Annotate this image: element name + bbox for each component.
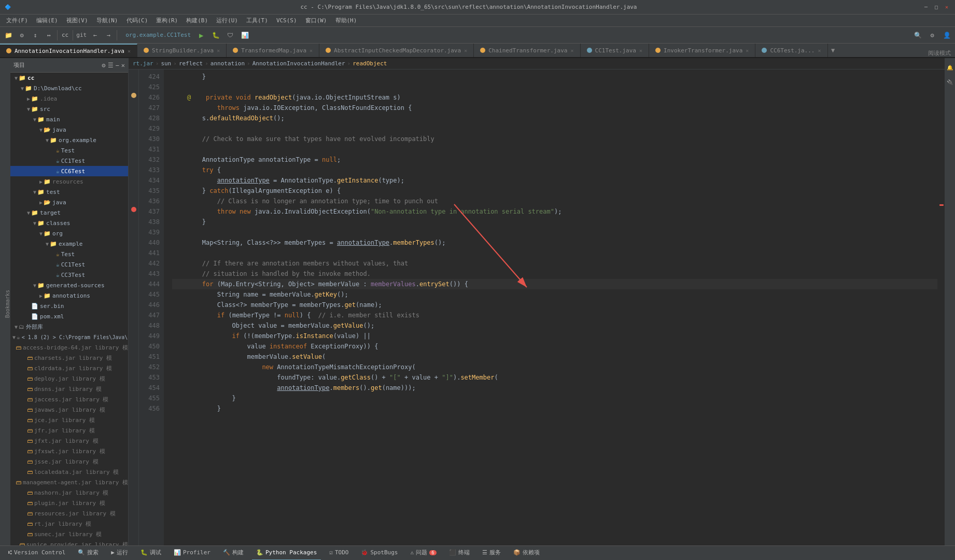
tab-chained[interactable]: ChainedTransformer.java ✕: [474, 44, 580, 57]
breadcrumb-annotation[interactable]: annotation: [210, 60, 245, 67]
forward-btn[interactable]: →: [102, 29, 115, 41]
sync-btn[interactable]: ↕: [29, 29, 41, 41]
coverage-button[interactable]: 🛡: [224, 29, 236, 41]
tab-close-btn[interactable]: ✕: [746, 48, 749, 53]
menu-item-file[interactable]: 文件(F): [2, 15, 32, 26]
bottom-tab-build[interactable]: 🔨 构建: [219, 546, 248, 561]
tree-item-jar-sunjce[interactable]: 🗃sunjce_provider.jar library 模: [10, 539, 128, 545]
tree-item-cc6test[interactable]: ▶ ☕ CC6Test: [10, 166, 128, 176]
bottom-tab-profiler[interactable]: 📊 Profiler: [170, 546, 215, 561]
code-area[interactable]: } @ private void readObject(java.io.Obje…: [164, 69, 937, 545]
tree-item-target[interactable]: ▼ 📁 target: [10, 207, 128, 218]
tree-item-test-folder[interactable]: ▼ 📁 test: [10, 187, 128, 197]
bottom-tab-run[interactable]: ▶ 运行: [107, 546, 132, 561]
tab-abstractmap[interactable]: AbstractInputCheckedMapDecorator.java ✕: [319, 44, 474, 57]
tree-item-jar-rt[interactable]: 🗃rt.jar library 模: [10, 519, 128, 529]
bottom-tab-search[interactable]: 🔍 搜索: [74, 546, 103, 561]
menu-item-build[interactable]: 构建(B): [182, 15, 212, 26]
menu-item-code[interactable]: 代码(C): [122, 15, 152, 26]
debug-button[interactable]: 🐛: [209, 29, 222, 41]
tree-item-jar-jfxswt[interactable]: 🗃jfxswt.jar library 模: [10, 446, 128, 456]
menu-item-refactor[interactable]: 重构(R): [152, 15, 182, 26]
editor-area[interactable]: rt.jar › sun › reflect › annotation › An…: [129, 58, 945, 545]
tree-item-resources[interactable]: ▶ 📁 resources: [10, 176, 128, 187]
project-view-btn[interactable]: 📁: [2, 29, 15, 41]
settings-btn[interactable]: ⚙: [16, 29, 28, 41]
project-settings-btn[interactable]: ⚙: [102, 62, 105, 69]
tree-item-jar-mgmt[interactable]: 🗃management-agent.jar library 模: [10, 477, 128, 487]
tab-annotation-handler[interactable]: AnnotationInvocationHandler.java ✕: [0, 44, 137, 57]
bottom-tab-issues[interactable]: ⚠ 问题 6: [406, 546, 441, 561]
tree-item-jar-jfr[interactable]: 🗃jfr.jar library 模: [10, 425, 128, 436]
bottom-tab-spotbugs[interactable]: 🐞 SpotBugs: [357, 546, 402, 561]
search-btn[interactable]: 🔍: [911, 29, 924, 41]
tree-item-jar-javaws[interactable]: 🗃javaws.jar library 模: [10, 404, 128, 415]
tab-close-btn[interactable]: ✕: [570, 48, 573, 53]
tree-item-jar-localedata[interactable]: 🗃localedata.jar library 模: [10, 467, 128, 477]
bookmarks-label[interactable]: Bookmarks: [5, 290, 10, 318]
tree-item-cc1test-compiled[interactable]: ▶ ☕ CC1Test: [10, 259, 128, 270]
tab-more-btn[interactable]: ▼: [828, 44, 838, 57]
tree-item-annotations[interactable]: ▶ 📁 annotations: [10, 290, 128, 301]
expand-btn[interactable]: ↔: [43, 29, 55, 41]
tab-stringbuilder[interactable]: StringBuilder.java ✕: [137, 44, 227, 57]
tab-cc1test[interactable]: CC1Test.java ✕: [581, 44, 650, 57]
breadcrumb-sun[interactable]: sun: [161, 60, 171, 67]
avatar-btn[interactable]: 👤: [940, 29, 953, 41]
tree-item-src[interactable]: ▼ 📁 src: [10, 104, 128, 114]
menu-item-tools[interactable]: 工具(T): [242, 15, 272, 26]
close-button[interactable]: ✕: [943, 3, 951, 11]
tab-close-btn[interactable]: ✕: [217, 48, 220, 53]
plugins-btn[interactable]: 🔌: [945, 77, 955, 87]
tree-item-jar-resources[interactable]: 🗃resources.jar library 模: [10, 508, 128, 519]
project-close-btn[interactable]: ✕: [121, 62, 125, 69]
menu-item-window[interactable]: 窗口(W): [301, 15, 331, 26]
tree-item-jar-dnsns[interactable]: 🗃dnsns.jar library 模: [10, 384, 128, 394]
reader-mode-btn[interactable]: 阅读模式: [924, 49, 955, 57]
menu-item-navigate[interactable]: 导航(N): [92, 15, 122, 26]
tree-item-jar-jaccess[interactable]: 🗃jaccess.jar library 模: [10, 394, 128, 404]
run-button[interactable]: ▶: [195, 29, 207, 41]
tree-item-cc3test-compiled[interactable]: ▶ ☕ CC3Test: [10, 270, 128, 280]
minimize-button[interactable]: ─: [922, 3, 930, 11]
menu-item-view[interactable]: 视图(V): [62, 15, 92, 26]
git-btn[interactable]: git: [75, 29, 88, 41]
settings-gear-btn[interactable]: ⚙: [926, 29, 938, 41]
tree-item-org-example[interactable]: ▼ 📁 org.example: [10, 135, 128, 145]
tree-item-jar-charsets[interactable]: 🗃charsets.jar library 模: [10, 353, 128, 363]
bottom-tab-eventlog[interactable]: 📦 依赖项: [509, 546, 544, 561]
menu-item-run[interactable]: 运行(U): [212, 15, 242, 26]
breadcrumb-method[interactable]: readObject: [353, 60, 387, 67]
tree-item-cc[interactable]: ▼ 📁 cc: [10, 73, 128, 83]
tab-cc6test[interactable]: CC6Test.ja... ✕: [755, 44, 827, 57]
tree-item-jar-plugin[interactable]: 🗃plugin.jar library 模: [10, 498, 128, 508]
tree-item-test[interactable]: ▶ ☕ Test: [10, 145, 128, 156]
tree-item-cc1test[interactable]: ▶ ☕ CC1Test: [10, 156, 128, 166]
bottom-tab-todo[interactable]: ☑ TODO: [325, 546, 353, 561]
back-btn[interactable]: ←: [89, 29, 101, 41]
tree-item-jar-deploy[interactable]: 🗃deploy.jar library 模: [10, 373, 128, 384]
tree-item-java[interactable]: ▼ 📂 java: [10, 124, 128, 135]
breadcrumb-rt[interactable]: rt.jar: [133, 60, 153, 67]
tree-item-org[interactable]: ▼ 📁 org: [10, 228, 128, 239]
tree-item-main[interactable]: ▼ 📁 main: [10, 114, 128, 124]
project-filter-btn[interactable]: ☰: [108, 62, 114, 69]
tree-item-classes[interactable]: ▼ 📁 classes: [10, 218, 128, 228]
notifications-btn[interactable]: 🔔: [945, 62, 955, 73]
maximize-button[interactable]: □: [932, 3, 940, 11]
tree-item-ser-bin[interactable]: ▶ 📄 ser.bin: [10, 301, 128, 311]
tree-item-jar-nashorn[interactable]: 🗃nashorn.jar library 模: [10, 487, 128, 498]
bottom-tab-services[interactable]: ☰ 服务: [478, 546, 505, 561]
tree-item-ext-libs[interactable]: ▼ 🗂 外部库: [10, 321, 128, 332]
code-container[interactable]: 424 425 426 427 428 429 430 431 432 433 …: [129, 69, 945, 545]
tree-item-jar-jce[interactable]: 🗃jce.jar library 模: [10, 415, 128, 425]
tree-item-jar-jfxt[interactable]: 🗃jfxt.jar library 模: [10, 436, 128, 446]
tab-invoker[interactable]: InvokerTransformer.java ✕: [649, 44, 755, 57]
bottom-tab-terminal[interactable]: ⬛ 终端: [445, 546, 474, 561]
tree-item-jar-access[interactable]: 🗃access-bridge-64.jar library 模: [10, 342, 128, 353]
project-collapse-btn[interactable]: −: [116, 62, 119, 69]
tab-close-btn[interactable]: ✕: [128, 48, 131, 54]
tab-close-btn[interactable]: ✕: [464, 48, 467, 53]
tree-item-java-test[interactable]: ▶ 📂 java: [10, 197, 128, 207]
tree-item-path[interactable]: ▼ 📁 D:\Download\cc: [10, 83, 128, 93]
